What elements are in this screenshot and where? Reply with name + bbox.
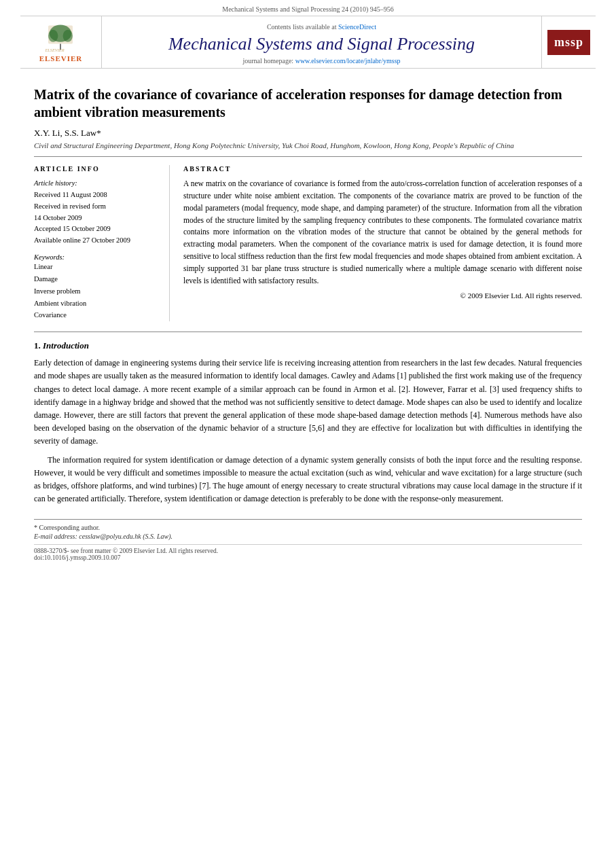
article-info-col: ARTICLE INFO Article history: Received 1… [34,165,170,321]
history-label: Article history: [34,178,159,190]
issn-line: 0888-3270/$- see front matter © 2009 Els… [34,548,582,554]
keyword-damage: Damage [34,273,159,285]
doi-line: doi:10.1016/j.ymssp.2009.10.007 [34,554,582,561]
elsevier-tree-icon: ELSEVIER [40,22,81,53]
keywords-label: Keywords: [34,253,159,261]
page-footer: * Corresponding author. E-mail address: … [34,519,582,561]
keyword-linear: Linear [34,261,159,273]
page-wrapper: Mechanical Systems and Signal Processing… [0,0,616,841]
svg-text:ELSEVIER: ELSEVIER [45,48,65,52]
received-date: Received 11 August 2008 [34,190,159,201]
abstract-text: A new matrix on the covariance of covari… [183,178,582,287]
abstract-heading: ABSTRACT [183,165,582,173]
introduction-section: 1. Introduction Early detection of damag… [34,340,582,505]
svg-point-4 [63,29,73,41]
journal-citation: Mechanical Systems and Signal Processing… [0,0,616,16]
intro-paragraph-1: Early detection of damage in engineering… [34,357,582,448]
article-info-heading: ARTICLE INFO [34,165,159,173]
journal-title: Mechanical Systems and Signal Processing [168,33,475,54]
section-name: Introduction [43,340,89,351]
email-label: E-mail address: [34,533,77,540]
keyword-ambient: Ambient vibration [34,298,159,310]
article-title: Matrix of the covariance of covariance o… [34,86,582,121]
main-content: Matrix of the covariance of covariance o… [0,69,616,575]
keyword-covariance: Covariance [34,309,159,321]
journal-homepage: journal homepage: www.elsevier.com/locat… [242,57,400,65]
revised-date: 14 October 2009 [34,213,159,224]
elsevier-logo-area: ELSEVIER ELSEVIER [20,16,102,68]
accepted-date: Accepted 15 October 2009 [34,223,159,235]
section-number: 1. [34,340,41,351]
abstract-col: ABSTRACT A new matrix on the covariance … [183,165,582,321]
article-info-abstract: ARTICLE INFO Article history: Received 1… [34,165,582,321]
svg-point-3 [48,29,58,41]
online-date: Available online 27 October 2009 [34,235,159,247]
sciencedirect-link[interactable]: ScienceDirect [338,23,376,31]
homepage-url: www.elsevier.com/locate/jnlabr/ymssp [295,57,401,65]
keyword-list: Linear Damage Inverse problem Ambient vi… [34,261,159,321]
copyright: © 2009 Elsevier Ltd. All rights reserved… [183,291,582,300]
keyword-inverse: Inverse problem [34,285,159,298]
affiliation: Civil and Structural Engineering Departm… [34,141,582,157]
journal-citation-text: Mechanical Systems and Signal Processing… [222,5,393,13]
elsevier-wordmark: ELSEVIER [39,54,83,62]
article-history: Article history: Received 11 August 2008… [34,178,159,247]
mssp-logo: mssp [547,30,590,55]
email-address: cesslaw@polyu.edu.hk (S.S. Law). [79,533,173,540]
contents-available: Contents lists available at ScienceDirec… [267,23,376,31]
intro-paragraph-2: The information required for system iden… [34,454,582,506]
email-note: E-mail address: cesslaw@polyu.edu.hk (S.… [34,533,582,540]
footer-bottom: 0888-3270/$- see front matter © 2009 Els… [34,544,582,561]
corresponding-author-note: * Corresponding author. [34,524,582,531]
elsevier-logo: ELSEVIER ELSEVIER [39,22,83,62]
journal-title-area: Contents lists available at ScienceDirec… [102,16,541,68]
section-title: 1. Introduction [34,340,582,351]
intro-paragraph-2-text: The information required for system iden… [34,454,582,506]
section-divider [34,332,582,332]
mssp-logo-area: mssp [541,16,596,68]
authors: X.Y. Li, S.S. Law* [34,128,582,139]
keywords-section: Keywords: Linear Damage Inverse problem … [34,253,159,321]
journal-banner: ELSEVIER ELSEVIER Contents lists availab… [20,16,596,69]
revised-label: Received in revised form [34,201,159,213]
